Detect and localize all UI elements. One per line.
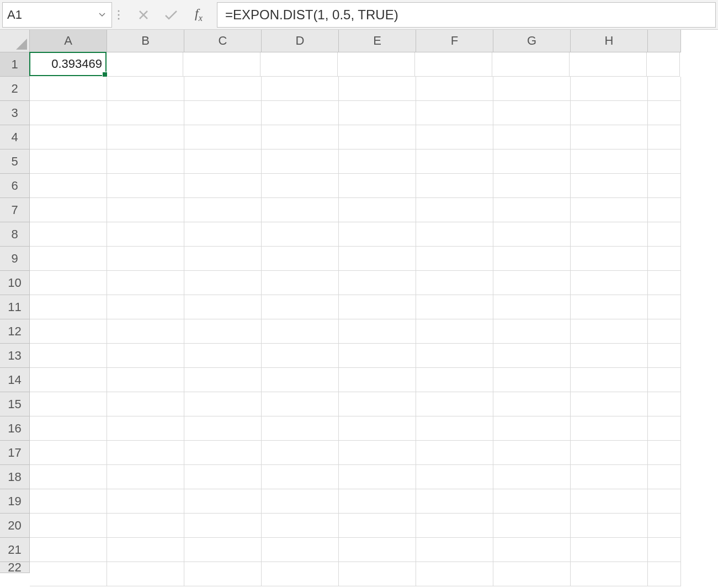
cell[interactable] — [493, 368, 571, 392]
cell[interactable] — [30, 101, 107, 125]
cell[interactable] — [30, 222, 107, 247]
cell[interactable] — [30, 368, 107, 392]
cell[interactable] — [571, 489, 648, 514]
cell[interactable] — [416, 538, 493, 562]
cell[interactable] — [107, 514, 184, 538]
cell[interactable] — [416, 222, 493, 247]
cell[interactable] — [30, 416, 107, 441]
row-header[interactable]: 13 — [0, 344, 30, 368]
cell[interactable] — [571, 538, 648, 562]
cell[interactable] — [339, 392, 416, 416]
cell[interactable] — [262, 222, 339, 247]
cell[interactable] — [184, 77, 262, 101]
cell[interactable] — [648, 465, 681, 489]
cell[interactable] — [107, 416, 184, 441]
cell[interactable] — [493, 441, 571, 465]
column-header[interactable]: C — [184, 30, 262, 52]
cell[interactable] — [493, 465, 571, 489]
cell[interactable] — [648, 295, 681, 319]
column-header[interactable]: G — [493, 30, 571, 52]
row-header[interactable]: 14 — [0, 368, 30, 392]
cell[interactable] — [493, 125, 571, 149]
cell[interactable] — [339, 271, 416, 295]
row-header[interactable]: 18 — [0, 465, 30, 489]
cell[interactable] — [416, 101, 493, 125]
row-header[interactable]: 7 — [0, 198, 30, 222]
cell[interactable] — [30, 198, 107, 222]
cell[interactable] — [648, 77, 681, 101]
cell[interactable] — [107, 368, 184, 392]
row-header[interactable]: 21 — [0, 538, 30, 562]
cell[interactable] — [648, 489, 681, 514]
cell[interactable] — [107, 174, 184, 198]
cell[interactable] — [262, 77, 339, 101]
enter-button[interactable] — [157, 2, 185, 28]
cell[interactable] — [339, 319, 416, 344]
cell[interactable] — [416, 489, 493, 514]
cell[interactable] — [339, 295, 416, 319]
cell[interactable] — [493, 247, 571, 271]
cell[interactable] — [107, 247, 184, 271]
cell[interactable] — [262, 416, 339, 441]
cell[interactable] — [30, 295, 107, 319]
cell[interactable] — [571, 465, 648, 489]
cell[interactable] — [416, 465, 493, 489]
cell[interactable] — [648, 198, 681, 222]
cell[interactable] — [571, 514, 648, 538]
active-cell[interactable]: 0.393469 — [29, 52, 107, 76]
cell[interactable] — [106, 52, 183, 77]
cancel-button[interactable] — [130, 2, 157, 28]
cell[interactable] — [416, 368, 493, 392]
column-header[interactable] — [648, 30, 681, 52]
cell[interactable] — [107, 441, 184, 465]
cell[interactable] — [571, 344, 648, 368]
cell[interactable] — [339, 149, 416, 174]
cell[interactable] — [262, 514, 339, 538]
name-box-dropdown-icon[interactable] — [97, 10, 107, 20]
row-header[interactable]: 9 — [0, 247, 30, 271]
cell[interactable] — [107, 125, 184, 149]
cell[interactable] — [339, 101, 416, 125]
cell[interactable] — [339, 125, 416, 149]
cell[interactable] — [571, 392, 648, 416]
cell[interactable] — [107, 344, 184, 368]
column-header[interactable]: B — [107, 30, 184, 52]
cell[interactable] — [184, 198, 262, 222]
cell[interactable] — [107, 319, 184, 344]
row-header[interactable]: 22 — [0, 562, 30, 573]
cell[interactable] — [416, 174, 493, 198]
cell[interactable] — [107, 101, 184, 125]
cell[interactable] — [493, 149, 571, 174]
cell[interactable] — [30, 514, 107, 538]
cell[interactable] — [339, 222, 416, 247]
column-header[interactable]: A — [30, 30, 107, 52]
row-header[interactable]: 11 — [0, 295, 30, 319]
cell[interactable] — [648, 271, 681, 295]
cell[interactable] — [571, 416, 648, 441]
cell[interactable] — [493, 222, 571, 247]
cell[interactable] — [571, 271, 648, 295]
cell[interactable] — [262, 319, 339, 344]
cell[interactable] — [30, 149, 107, 174]
column-header[interactable]: F — [416, 30, 493, 52]
cell[interactable] — [184, 174, 262, 198]
cell[interactable] — [416, 514, 493, 538]
cell[interactable] — [262, 125, 339, 149]
cell[interactable] — [262, 271, 339, 295]
cell[interactable] — [262, 198, 339, 222]
cell[interactable] — [184, 538, 262, 562]
cell[interactable] — [416, 416, 493, 441]
cell[interactable] — [416, 198, 493, 222]
cell[interactable] — [339, 514, 416, 538]
cell[interactable] — [648, 125, 681, 149]
row-header[interactable]: 4 — [0, 125, 30, 149]
cell[interactable] — [262, 295, 339, 319]
cell[interactable] — [184, 562, 262, 586]
cell[interactable] — [30, 562, 107, 586]
cell[interactable] — [571, 295, 648, 319]
cell[interactable] — [107, 538, 184, 562]
cell[interactable] — [492, 52, 570, 77]
cell[interactable] — [493, 198, 571, 222]
row-header[interactable]: 3 — [0, 101, 30, 125]
cell[interactable] — [183, 52, 260, 77]
